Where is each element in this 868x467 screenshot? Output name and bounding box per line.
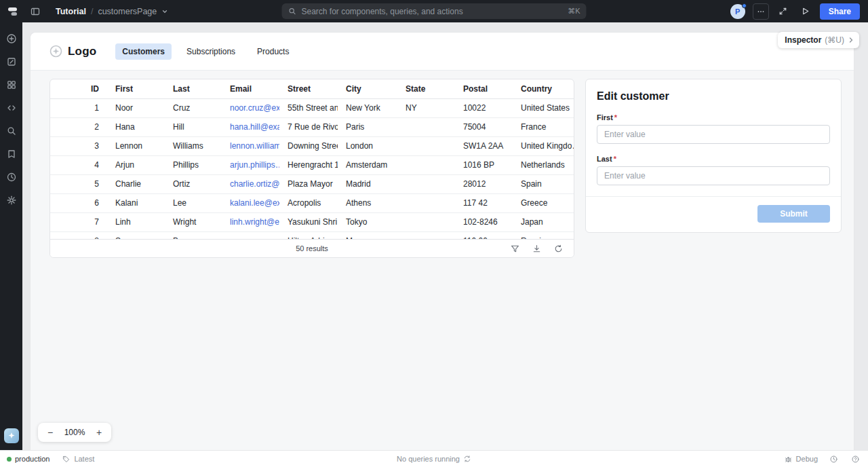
cell-postal[interactable]: 117 42	[455, 193, 513, 212]
version-selector[interactable]: Latest	[62, 455, 94, 464]
cell-street[interactable]: 55th Street an…	[279, 98, 338, 117]
add-icon[interactable]	[3, 31, 20, 47]
first-field-input[interactable]	[597, 125, 830, 144]
last-field-input[interactable]	[597, 166, 830, 185]
debug-toggle[interactable]: Debug	[784, 455, 818, 464]
column-header-city[interactable]: City	[338, 79, 397, 98]
cell-postal[interactable]: 28012	[455, 174, 513, 193]
cell-postal[interactable]: 1016 BP	[455, 155, 513, 174]
cell-street[interactable]: 7 Rue de Rivoli	[279, 117, 338, 136]
table-row[interactable]: 4 Arjun Phillips arjun.phillips… Herengr…	[50, 155, 574, 174]
cell-country[interactable]: Japan	[513, 212, 574, 231]
cell-last[interactable]: Hill	[165, 117, 222, 136]
cell-state[interactable]	[397, 174, 455, 193]
cell-first[interactable]: Hana	[107, 117, 165, 136]
release-history-icon[interactable]	[827, 453, 840, 465]
cell-state[interactable]	[397, 193, 455, 212]
help-icon[interactable]	[849, 453, 861, 465]
cell-state[interactable]	[397, 155, 455, 174]
cell-state[interactable]	[397, 117, 455, 136]
cell-city[interactable]: London	[338, 136, 397, 155]
cell-id[interactable]: 3	[50, 136, 107, 155]
pages-icon[interactable]	[3, 54, 20, 70]
cell-street[interactable]: Acropolis	[279, 193, 338, 212]
cell-city[interactable]: New York	[338, 98, 397, 117]
cell-last[interactable]: Phillips	[165, 155, 222, 174]
cell-email[interactable]: charlie.ortiz@…	[222, 174, 279, 193]
cell-email[interactable]: linh.wright@e…	[222, 212, 279, 231]
cell-country[interactable]: Netherlands	[513, 155, 574, 174]
cell-first[interactable]: Arjun	[107, 155, 165, 174]
cell-street[interactable]: Downing Street	[279, 136, 338, 155]
cell-country[interactable]: Greece	[513, 193, 574, 212]
table-row[interactable]: 5 Charlie Ortiz charlie.ortiz@… Plaza Ma…	[50, 174, 574, 193]
column-header-street[interactable]: Street	[279, 79, 338, 98]
tab-customers[interactable]: Customers	[115, 43, 172, 60]
cell-email[interactable]: noor.cruz@ex…	[222, 98, 279, 117]
cell-first[interactable]: Charlie	[107, 174, 165, 193]
tab-subscriptions[interactable]: Subscriptions	[180, 43, 242, 60]
environment-selector[interactable]: production	[7, 455, 50, 463]
chevron-down-icon[interactable]	[161, 8, 168, 15]
cell-country[interactable]: Spain	[513, 174, 574, 193]
cell-id[interactable]: 2	[50, 117, 107, 136]
cell-city[interactable]: Amsterdam	[338, 155, 397, 174]
table-row[interactable]: 3 Lennon Williams lennon.william… Downin…	[50, 136, 574, 155]
cell-email[interactable]: lennon.william…	[222, 136, 279, 155]
cell-first[interactable]: Lennon	[107, 136, 165, 155]
column-header-last[interactable]: Last	[165, 79, 222, 98]
column-header-state[interactable]: State	[397, 79, 455, 98]
code-icon[interactable]	[3, 100, 20, 116]
cell-street[interactable]: Herengracht 1…	[279, 155, 338, 174]
library-icon[interactable]	[3, 146, 20, 162]
settings-icon[interactable]	[3, 192, 20, 208]
cell-street[interactable]: Plaza Mayor	[279, 174, 338, 193]
refresh-icon[interactable]	[552, 242, 564, 255]
cell-last[interactable]: Cruz	[165, 98, 222, 117]
cell-id[interactable]: 6	[50, 193, 107, 212]
zoom-out-button[interactable]: −	[41, 424, 60, 441]
column-header-postal[interactable]: Postal	[455, 79, 513, 98]
cell-state[interactable]	[397, 212, 455, 231]
share-button[interactable]: Share	[820, 3, 860, 20]
search-input[interactable]: Search for components, queries, and acti…	[282, 3, 587, 19]
cell-last[interactable]: Ortiz	[165, 174, 222, 193]
cell-country[interactable]: France	[513, 117, 574, 136]
cell-city[interactable]: Madrid	[338, 174, 397, 193]
cell-postal[interactable]: SW1A 2AA	[455, 136, 513, 155]
zoom-level[interactable]: 100%	[60, 428, 90, 437]
toggle-left-panel-icon[interactable]	[27, 3, 43, 20]
cell-id[interactable]: 5	[50, 174, 107, 193]
cell-city[interactable]: Athens	[338, 193, 397, 212]
inspector-toggle[interactable]: Inspector (⌘U)	[778, 32, 859, 48]
table-row[interactable]: 1 Noor Cruz noor.cruz@ex… 55th Street an…	[50, 98, 574, 117]
cell-state[interactable]: NY	[397, 98, 455, 117]
cell-id[interactable]: 4	[50, 155, 107, 174]
more-options-icon[interactable]	[753, 3, 769, 20]
cell-first[interactable]: Noor	[107, 98, 165, 117]
breadcrumb-page-name[interactable]: customersPage	[98, 7, 157, 16]
expand-icon[interactable]	[775, 3, 791, 20]
cell-email[interactable]: hana.hill@exa…	[222, 117, 279, 136]
cell-email[interactable]: arjun.phillips…	[222, 155, 279, 174]
column-header-first[interactable]: First	[107, 79, 165, 98]
cell-id[interactable]: 7	[50, 212, 107, 231]
cell-city[interactable]: Paris	[338, 117, 397, 136]
submit-button[interactable]: Submit	[757, 205, 830, 223]
cell-country[interactable]: United Kingdo…	[513, 136, 574, 155]
cell-city[interactable]: Tokyo	[338, 212, 397, 231]
user-avatar[interactable]: P	[730, 3, 747, 20]
cell-id[interactable]: 1	[50, 98, 107, 117]
cell-first[interactable]: Linh	[107, 212, 165, 231]
table-row[interactable]: 6 Kalani Lee kalani.lee@ex… Acropolis At…	[50, 193, 574, 212]
assistant-icon[interactable]	[4, 428, 19, 443]
column-header-email[interactable]: Email	[222, 79, 279, 98]
cell-postal[interactable]: 75004	[455, 117, 513, 136]
cell-email[interactable]: kalani.lee@ex…	[222, 193, 279, 212]
history-icon[interactable]	[3, 169, 20, 185]
cell-last[interactable]: Wright	[165, 212, 222, 231]
breadcrumb-app-name[interactable]: Tutorial	[56, 7, 86, 16]
zoom-in-button[interactable]: +	[90, 424, 108, 441]
cell-last[interactable]: Williams	[165, 136, 222, 155]
table-row[interactable]: 7 Linh Wright linh.wright@e… Yasukuni Sh…	[50, 212, 574, 231]
